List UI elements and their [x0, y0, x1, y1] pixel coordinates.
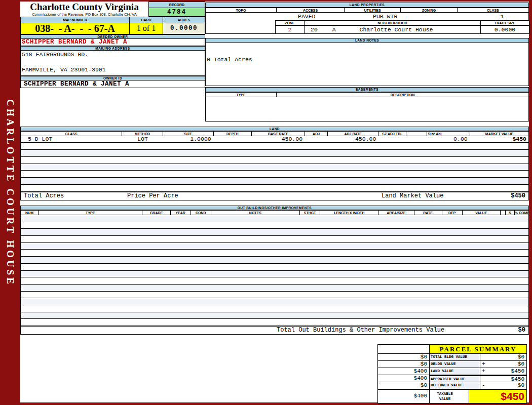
land-empty-row: [21, 157, 528, 164]
parcel-row-label: OBLDG VALUE: [430, 361, 480, 368]
easements-header-row: TYPE DESCRIPTION: [205, 92, 529, 97]
commissioner-line: Commissioner of the Revenue, PO Box 308,…: [20, 12, 148, 17]
land-cell-7: [378, 136, 406, 142]
zone-label: ZONE: [276, 21, 305, 25]
parcel-amount: $0: [518, 382, 524, 389]
land-empty-row: [21, 178, 528, 185]
access-value: PAVED: [298, 13, 316, 20]
parcel-prior-value: $400: [378, 375, 430, 382]
taxable-value-label-text: TAXABLE VALUE: [433, 391, 457, 401]
zone-suffix: A: [332, 26, 336, 33]
parcel-summary: PARCEL SUMMARY $0TOTAL BLDG VALUE$0$0OBL…: [377, 344, 527, 403]
outbuildings-empty-row: [21, 305, 528, 312]
card-label: CARD: [130, 17, 163, 23]
taxable-value-label: TAXABLE VALUE: [430, 390, 469, 403]
outbuildings-total-row: Total Out Buildings & Other Improvements…: [20, 326, 529, 335]
land-empty-row: [21, 171, 528, 178]
neighborhood-value: 20 A Charlotte Court House: [305, 26, 481, 33]
address-line-1: 518 FAIRGROUNDS RD.: [22, 51, 205, 58]
outbuildings-col-header-12: [501, 211, 506, 215]
outbuildings-empty-row: [21, 298, 528, 305]
land-table-title: LAND: [20, 127, 529, 131]
land-table-rows: 5 D LOTLOT1.0000450.00450.000.00$450: [20, 136, 529, 192]
land-col-header-2: SIZE: [163, 132, 214, 136]
easements-title: EASEMENTS: [205, 87, 529, 92]
land-cell-10: $450: [470, 136, 528, 142]
card-value: 1 of 1: [130, 23, 163, 34]
land-cell-5: [305, 136, 328, 142]
taxable-value: $450: [469, 390, 526, 403]
land-properties-values: PAVED PUB WTR 1 ZONE NEIGHBORHOOD TRACT …: [205, 13, 529, 34]
zone-value: 2: [276, 26, 305, 33]
land-cell-4: 450.00: [252, 136, 305, 142]
land-table-header-row: CLASSMETHODSIZEDEPTHBASE RATEADJADJ RATE…: [20, 131, 529, 136]
county-sidebar: CHARLOTTE COURT HOUSE: [0, 0, 20, 405]
land-note-text: 0 Total Acres: [207, 56, 528, 63]
parcel-row-label: DEFERRED VALUE: [430, 382, 480, 389]
easement-type-label: TYPE: [206, 93, 277, 97]
land-cell-2: 1.0000: [163, 136, 214, 142]
outbuildings-empty-row: [21, 271, 528, 278]
zone-header-row: ZONE NEIGHBORHOOD TRACT SIZE: [275, 20, 529, 25]
land-table-row: 5 D LOTLOT1.0000450.00450.000.00$450: [21, 136, 528, 143]
outbuildings-col-header-2: GRADE: [142, 211, 170, 215]
land-empty-row: [21, 143, 528, 150]
map-number-value: 038- - A- - - 67-A: [21, 23, 130, 34]
outbuildings-col-header-7: LENGTH X WIDTH: [320, 211, 378, 215]
outbuildings-title: OUT BUILDINGS/OTHER IMPROVEMENTS: [20, 206, 529, 210]
land-empty-row: [21, 185, 528, 192]
access-col-label: ACCESS: [277, 8, 345, 12]
property-record-card: Charlotte County Virginia Commissioner o…: [20, 2, 529, 402]
outbuildings-empty-row: [21, 292, 528, 299]
land-col-header-6: ADJ RATE: [328, 132, 378, 136]
outbuildings-empty-row: [21, 264, 528, 271]
tract-size-label: TRACT SIZE: [481, 21, 529, 25]
parcel-operator: +: [482, 361, 485, 368]
outbuildings-col-header-5: NOTES: [211, 211, 300, 215]
outbuildings-col-header-9: RATE: [414, 211, 442, 215]
topo-col-label: TOPO: [206, 8, 277, 12]
class-value: 1: [477, 13, 527, 20]
price-per-acre-label: Price Per Acre: [127, 192, 178, 200]
parcel-summary-blank-cell: [378, 345, 430, 353]
land-col-header-4: BASE RATE: [252, 132, 305, 136]
land-col-header-3: DEPTH: [214, 132, 252, 136]
parcel-amount: $450: [511, 368, 524, 375]
outbuildings-col-header-10: DEP: [442, 211, 463, 215]
zone-value-row: 2 20 A Charlotte Court House 0.0000: [275, 25, 529, 34]
land-cell-9: 0.00: [427, 136, 470, 142]
land-cell-8: [406, 136, 427, 142]
parcel-summary-header: PARCEL SUMMARY: [378, 345, 526, 354]
class-col-label: CLASS: [458, 8, 528, 12]
land-properties-header-row: TOPO ACCESS UTILITIES ZONING CLASS: [205, 8, 529, 13]
zone-code: 20: [311, 26, 318, 33]
outbuildings-col-header-11: VALUE: [463, 211, 501, 215]
address-line-2: FARMVILLE, VA 23901-3901: [22, 66, 205, 73]
parcel-summary-row: $400APPRAISED VALUE$450: [378, 375, 526, 382]
outbuildings-col-header-6: STHGT: [300, 211, 320, 215]
land-col-header-9: Size Adj: [427, 132, 470, 136]
parcel-prior-value: $0: [378, 382, 430, 389]
parcel-summary-row: $0OBLDG VALUE+$0: [378, 361, 526, 368]
land-col-header-0: CLASS: [21, 132, 122, 136]
outbuildings-empty-row: [21, 277, 528, 285]
outbuildings-col-header-4: COND: [191, 211, 211, 215]
outbuildings-empty-row: [21, 285, 528, 292]
land-col-header-8: [406, 132, 427, 136]
zone-grid: ZONE NEIGHBORHOOD TRACT SIZE 2 20 A Char…: [275, 20, 529, 34]
acres-label: ACRES: [163, 17, 205, 23]
land-notes-box: 0 Total Acres: [205, 43, 529, 86]
outbuildings-col-header-13: S: [506, 211, 515, 215]
outbuildings-rows: [20, 215, 529, 326]
record-label: RECORD: [149, 2, 205, 8]
taxable-value-row: $400 TAXABLE VALUE $450: [378, 389, 526, 403]
outbuildings-empty-row: [21, 250, 528, 257]
county-title: Charlotte County Virginia: [20, 2, 148, 13]
outbuildings-empty-row: [21, 236, 528, 243]
zoning-col-label: ZONING: [401, 8, 457, 12]
parcel-amount: $0: [518, 354, 524, 360]
parcel-prior-value: $400: [378, 368, 430, 375]
parcel-amount: $450: [511, 376, 524, 382]
parcel-row-value: $0: [480, 354, 526, 360]
acres-value: 0.0000: [163, 23, 205, 34]
